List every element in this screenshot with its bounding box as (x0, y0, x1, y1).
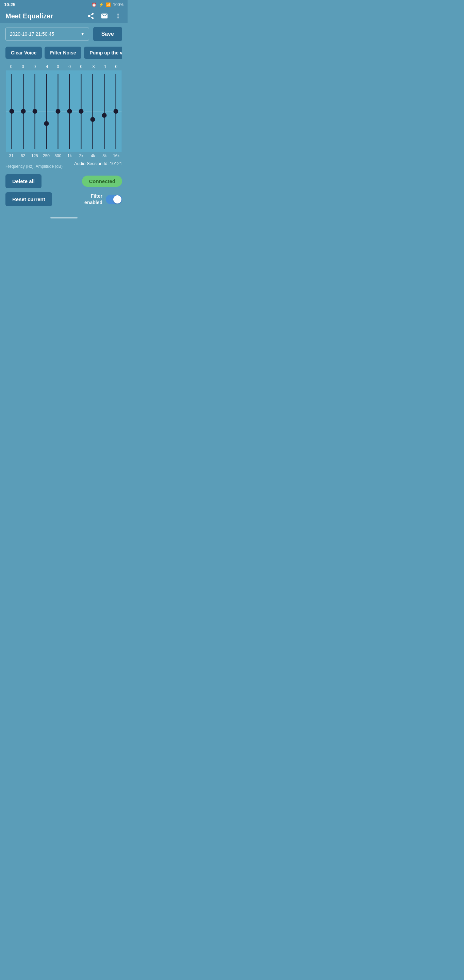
more-vert-icon[interactable] (114, 12, 122, 20)
alarm-icon: ⏰ (92, 2, 97, 7)
main-content: 2020-10-17 21:50:45 ▼ Save Clear Voice F… (0, 23, 127, 215)
svg-point-7 (33, 109, 37, 114)
toolbar-actions (87, 12, 122, 20)
freq-label-5: 1k (64, 153, 75, 158)
freq-label-0: 31 (6, 153, 17, 158)
app-title: Meet Equalizer (5, 12, 53, 20)
chip-clear-voice[interactable]: Clear Voice (5, 47, 42, 59)
freq-label-1: 62 (17, 153, 28, 158)
svg-point-3 (10, 109, 14, 114)
band-value-1: 0 (17, 64, 28, 69)
connected-badge: Connected (82, 176, 122, 187)
svg-point-5 (21, 109, 26, 114)
band-values: 0 0 0 -4 0 0 0 -3 -1 0 (5, 64, 122, 69)
chip-pump-up[interactable]: Pump up the vo... (84, 47, 122, 59)
top-row: 2020-10-17 21:50:45 ▼ Save (5, 27, 122, 41)
filter-enabled-label: Filterenabled (84, 193, 102, 205)
handle-bar (50, 217, 78, 218)
eq-section: 0 0 0 -4 0 0 0 -3 -1 0 31 62 125 250 500… (5, 64, 122, 158)
svg-point-15 (79, 109, 84, 114)
freq-label-9: 16k (111, 153, 122, 158)
wifi-icon: 📶 (106, 2, 111, 7)
delete-all-button[interactable]: Delete all (5, 174, 41, 188)
bottom-handle (0, 215, 127, 221)
dropdown-arrow-icon: ▼ (81, 32, 85, 37)
battery-text: 100% (113, 2, 124, 7)
svg-point-9 (44, 121, 49, 126)
svg-point-11 (56, 109, 60, 114)
reset-current-button[interactable]: Reset current (5, 192, 52, 206)
preset-dropdown[interactable]: 2020-10-17 21:50:45 ▼ (5, 27, 89, 40)
band-value-4: 0 (52, 64, 63, 69)
svg-point-19 (102, 113, 107, 118)
status-bar: 10:25 ⏰ ⚡ 📶 100% (0, 0, 127, 9)
band-value-3: -4 (41, 64, 52, 69)
reset-row: Reset current Filterenabled (5, 192, 122, 206)
freq-label-8: 8k (99, 153, 110, 158)
freq-label-7: 4k (87, 153, 98, 158)
save-button[interactable]: Save (93, 27, 122, 41)
band-value-2: 0 (29, 64, 40, 69)
axis-label: Frequency (Hz), Amplitude (dB) (5, 164, 63, 169)
filter-enabled-toggle[interactable] (106, 195, 122, 204)
status-time: 10:25 (4, 2, 15, 7)
svg-point-13 (67, 109, 72, 114)
filter-toggle-container: Filterenabled (84, 193, 122, 205)
band-value-7: -3 (87, 64, 98, 69)
band-value-6: 0 (76, 64, 87, 69)
band-value-0: 0 (6, 64, 17, 69)
share-icon[interactable] (87, 12, 95, 20)
session-info: Audio Session Id: 10121 (74, 161, 122, 166)
email-icon[interactable] (100, 12, 108, 20)
band-value-9: 0 (111, 64, 122, 69)
chip-filter-noise[interactable]: Filter Noise (44, 47, 81, 59)
freq-label-4: 500 (52, 153, 63, 158)
dropdown-value: 2020-10-17 21:50:45 (10, 31, 54, 37)
freq-label-2: 125 (29, 153, 40, 158)
freq-label-6: 2k (76, 153, 87, 158)
band-value-5: 0 (64, 64, 75, 69)
freq-labels: 31 62 125 250 500 1k 2k 4k 8k 16k (5, 153, 122, 158)
svg-point-17 (91, 117, 95, 122)
bottom-action-row: Delete all Connected (5, 174, 122, 188)
toolbar: Meet Equalizer (0, 9, 127, 23)
svg-point-21 (114, 109, 118, 114)
toggle-knob (113, 195, 121, 204)
bluetooth-icon: ⚡ (99, 2, 104, 7)
preset-chips: Clear Voice Filter Noise Pump up the vo.… (5, 47, 122, 59)
band-value-8: -1 (99, 64, 110, 69)
status-right: ⏰ ⚡ 📶 100% (92, 2, 124, 7)
eq-chart[interactable] (5, 70, 122, 152)
freq-label-3: 250 (41, 153, 52, 158)
